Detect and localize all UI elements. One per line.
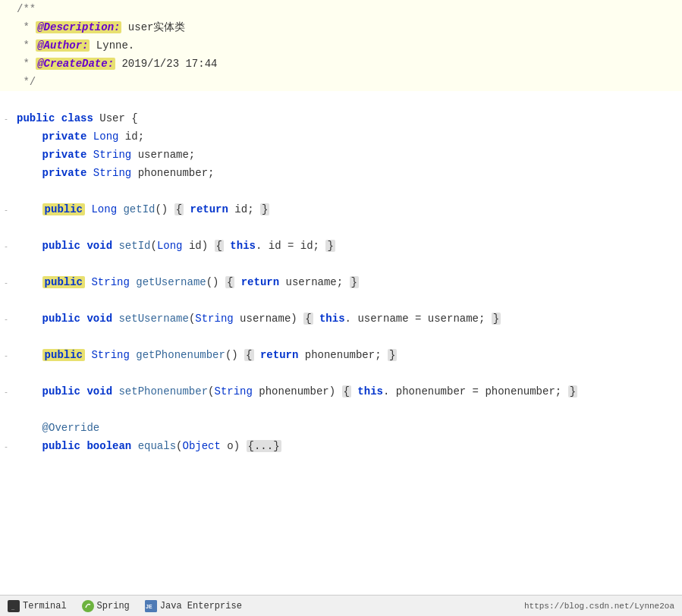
gutter: - xyxy=(0,352,14,360)
terminal-label: Terminal xyxy=(23,601,67,611)
field-id-line: private Long id; xyxy=(0,127,682,146)
url-text: https://blog.csdn.net/Lynne2oa xyxy=(524,602,674,611)
gutter: - xyxy=(0,206,14,215)
line-text: public void setId(Long id) { this. id = … xyxy=(14,237,682,254)
java-enterprise-label: Java Enterprise xyxy=(160,601,242,611)
empty-line-4 xyxy=(0,255,682,273)
line-text xyxy=(14,365,682,382)
line-text xyxy=(14,328,682,345)
spring-item[interactable]: Spring xyxy=(82,600,130,612)
line-text xyxy=(14,292,682,309)
equals-line: - public boolean equals(Object o) {...} xyxy=(0,437,682,455)
code-editor: /** * @Description: user实体类 * @Author: L… xyxy=(0,0,682,595)
gutter: - xyxy=(0,316,14,324)
code-content: /** * @Description: user实体类 * @Author: L… xyxy=(0,0,682,595)
line-text xyxy=(14,92,682,108)
line-text: public class User { xyxy=(14,110,682,127)
gutter: - xyxy=(0,243,14,251)
line-text: public void setPhonenumber(String phonen… xyxy=(14,383,682,400)
gutter: - xyxy=(0,388,14,397)
javadoc-author-text: Lynne. xyxy=(90,39,134,52)
class-declaration-line: - public class User { xyxy=(0,109,682,127)
spring-label: Spring xyxy=(97,601,130,611)
svg-point-2 xyxy=(83,601,93,611)
empty-line-7 xyxy=(0,364,682,382)
java-enterprise-item[interactable]: JE Java Enterprise xyxy=(145,600,242,612)
line-text: private String username; xyxy=(14,146,682,163)
line-text: /** xyxy=(14,1,682,17)
javadoc-tag-author: @Author: xyxy=(36,39,90,52)
gutter: - xyxy=(0,443,14,451)
gutter: - xyxy=(0,279,14,288)
terminal-item[interactable]: _ Terminal xyxy=(8,600,67,612)
javadoc-line-2: * @Description: user实体类 xyxy=(0,18,682,36)
javadoc-tag-description: @Description: xyxy=(36,21,121,33)
empty-line-8 xyxy=(0,401,682,419)
field-phonenumber-line: private String phonenumber; xyxy=(0,164,682,182)
java-enterprise-icon: JE xyxy=(145,600,157,612)
empty-line-2 xyxy=(0,182,682,200)
line-text: */ xyxy=(14,74,682,90)
line-text: * @Description: user实体类 xyxy=(14,19,682,36)
line-text: public String getUsername() { return use… xyxy=(14,274,682,291)
javadoc-line-3: * @Author: Lynne. xyxy=(0,36,682,55)
javadoc-line-1: /** xyxy=(0,0,682,18)
empty-line-6 xyxy=(0,328,682,346)
empty-line-3 xyxy=(0,218,682,237)
line-text: public Long getId() { return id; } xyxy=(14,201,682,218)
line-text: private String phonenumber; xyxy=(14,165,682,181)
spring-icon xyxy=(82,600,94,612)
line-text xyxy=(14,401,682,418)
line-text: public boolean equals(Object o) {...} xyxy=(14,438,682,454)
line-text: private Long id; xyxy=(14,128,682,145)
setid-line: - public void setId(Long id) { this. id … xyxy=(0,237,682,255)
line-text: public void setUsername(String username)… xyxy=(14,310,682,327)
line-text xyxy=(14,183,682,200)
status-bar: _ Terminal Spring JE Java Enterprise htt… xyxy=(0,595,682,616)
gutter: - xyxy=(0,115,14,124)
javadoc-createdate-text: 2019/1/23 17:44 xyxy=(115,58,217,70)
field-username-line: private String username; xyxy=(0,146,682,164)
line-text: * @Author: Lynne. xyxy=(14,37,682,54)
javadoc-tag-createdate: @CreateDate: xyxy=(36,58,115,70)
empty-line xyxy=(0,91,682,109)
terminal-icon: _ xyxy=(8,600,20,612)
getusername-line: - public String getUsername() { return u… xyxy=(0,273,682,291)
svg-text:JE: JE xyxy=(146,604,152,609)
empty-line-5 xyxy=(0,291,682,310)
line-text xyxy=(14,256,682,272)
line-text: * @CreateDate: 2019/1/23 17:44 xyxy=(14,55,682,72)
getphonenumber-line: - public String getPhonenumber() { retur… xyxy=(0,346,682,364)
getid-line: - public Long getId() { return id; } xyxy=(0,200,682,218)
javadoc-description-text: user实体类 xyxy=(121,21,185,33)
setphonenumber-line: - public void setPhonenumber(String phon… xyxy=(0,382,682,401)
line-text: @Override xyxy=(14,420,682,436)
javadoc-line-4: * @CreateDate: 2019/1/23 17:44 xyxy=(0,55,682,73)
javadoc-line-5: */ xyxy=(0,73,682,91)
line-text xyxy=(14,219,682,236)
override-annotation-line: @Override xyxy=(0,419,682,437)
setusername-line: - public void setUsername(String usernam… xyxy=(0,310,682,328)
line-text: public String getPhonenumber() { return … xyxy=(14,347,682,363)
